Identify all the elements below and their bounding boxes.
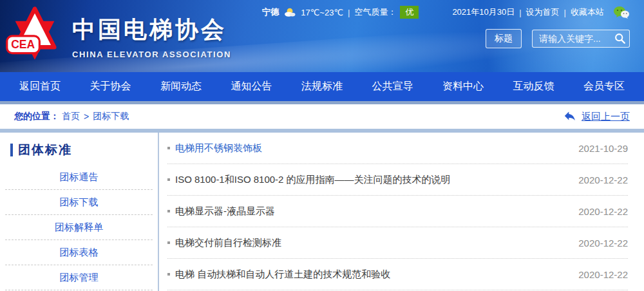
sidebar-item-label[interactable]: 团标下载 bbox=[60, 196, 99, 207]
header-right: 宁德 17℃~23℃ | 空气质量： 优 2021年10月30日 | 设为首页 … bbox=[262, 0, 644, 72]
wechat-icon[interactable] bbox=[613, 6, 630, 19]
bullet-icon bbox=[167, 241, 170, 244]
bullet-icon bbox=[167, 273, 170, 276]
document-link[interactable]: 电梯交付前自行检测标准 bbox=[167, 237, 281, 249]
nav-item-about[interactable]: 关于协会 bbox=[90, 80, 131, 93]
document-date: 2020-12-22 bbox=[578, 206, 628, 217]
breadcrumb-label: 您的位置： bbox=[14, 111, 59, 122]
set-home-link[interactable]: 设为首页 bbox=[526, 6, 560, 18]
sidebar-title-marker bbox=[10, 144, 13, 156]
sidebar-item-tuanbiao-tonggao[interactable]: 团标通告 bbox=[5, 165, 153, 190]
date-links-group: 2021年10月30日 | 设为首页 | 收藏本站 bbox=[452, 6, 630, 19]
document-title: 电梯 自动扶梯和自动人行道土建的技术规范和验收 bbox=[175, 268, 390, 281]
cea-star-logo-icon: CEA bbox=[5, 5, 64, 64]
separator: | bbox=[564, 8, 566, 17]
document-date: 2020-12-22 bbox=[578, 269, 628, 280]
breadcrumb-home-link[interactable]: 首页 bbox=[62, 111, 80, 122]
breadcrumb-separator: > bbox=[84, 111, 89, 122]
separator: | bbox=[348, 8, 350, 17]
sidebar-menu: 团标通告 团标下载 团标解释单 团标表格 团标管理 bbox=[0, 165, 158, 290]
search-category-button[interactable]: 标题 bbox=[486, 29, 522, 48]
brand-titles: 中国电梯协会 CHINA ELEVATOR ASSOCIATION bbox=[72, 10, 231, 59]
table-row: 电梯交付前自行检测标准 2020-12-22 bbox=[167, 227, 628, 259]
site-title: 中国电梯协会 bbox=[72, 14, 231, 46]
logo-text: CEA bbox=[11, 38, 35, 51]
nav-item-regulations[interactable]: 法规标准 bbox=[301, 80, 343, 93]
document-list-panel: 电梯用不锈钢装饰板 2021-10-29 ISO 8100-1和ISO 8100… bbox=[159, 133, 644, 291]
document-link[interactable]: 电梯 自动扶梯和自动人行道土建的技术规范和验收 bbox=[167, 268, 390, 281]
document-link[interactable]: 电梯显示器-液晶显示器 bbox=[167, 205, 275, 218]
document-date: 2021-10-29 bbox=[578, 143, 628, 154]
search-box bbox=[532, 30, 630, 48]
current-date: 2021年10月30日 bbox=[452, 6, 515, 18]
table-row: 电梯用不锈钢装饰板 2021-10-29 bbox=[167, 133, 628, 164]
document-list: 电梯用不锈钢装饰板 2021-10-29 ISO 8100-1和ISO 8100… bbox=[167, 133, 628, 290]
weather-sun-cloud-icon bbox=[283, 7, 297, 17]
document-title: 电梯交付前自行检测标准 bbox=[175, 237, 281, 249]
nav-item-news[interactable]: 新闻动态 bbox=[160, 80, 202, 93]
nav-item-members[interactable]: 会员专区 bbox=[583, 80, 625, 93]
table-row: 电梯 自动扶梯和自动人行道土建的技术规范和验收 2020-12-22 bbox=[167, 259, 628, 290]
header-info-row: 宁德 17℃~23℃ | 空气质量： 优 2021年10月30日 | 设为首页 … bbox=[262, 6, 630, 19]
air-quality-badge: 优 bbox=[400, 6, 419, 19]
site-subtitle: CHINA ELEVATOR ASSOCIATION bbox=[72, 50, 231, 59]
sidebar-item-label[interactable]: 团标解释单 bbox=[55, 221, 103, 232]
bullet-icon bbox=[167, 147, 170, 149]
content-area: 团体标准 团标通告 团标下载 团标解释单 团标表格 团标管理 电梯用不锈钢装饰板… bbox=[0, 133, 644, 291]
document-link[interactable]: 电梯用不锈钢装饰板 bbox=[167, 142, 262, 155]
sidebar-item-tuanbiao-xiazai[interactable]: 团标下载 bbox=[5, 190, 153, 215]
sidebar-item-tuanbiao-biaoge[interactable]: 团标表格 bbox=[5, 240, 153, 265]
sidebar-item-label[interactable]: 团标表格 bbox=[60, 247, 99, 258]
weather-city: 宁德 bbox=[262, 6, 279, 18]
sidebar-item-label[interactable]: 团标通告 bbox=[60, 171, 99, 182]
nav-item-home[interactable]: 返回首页 bbox=[19, 80, 61, 93]
table-row: 电梯显示器-液晶显示器 2020-12-22 bbox=[167, 196, 628, 227]
table-row: ISO 8100-1和ISO 8100-2 的应用指南——关注问题的技术的说明 … bbox=[167, 164, 628, 196]
bullet-icon bbox=[167, 178, 170, 181]
breadcrumb: 您的位置： 首页 > 团标下载 返回上一页 bbox=[0, 104, 644, 129]
nav-item-notices[interactable]: 通知公告 bbox=[231, 80, 272, 93]
nav-item-advocacy[interactable]: 公共宣导 bbox=[372, 80, 413, 93]
breadcrumb-current: 团标下载 bbox=[93, 111, 129, 122]
document-link[interactable]: ISO 8100-1和ISO 8100-2 的应用指南——关注问题的技术的说明 bbox=[167, 174, 451, 186]
back-arrow-icon bbox=[564, 110, 576, 123]
main-nav: 返回首页 关于协会 新闻动态 通知公告 法规标准 公共宣导 资料中心 互动反馈 … bbox=[0, 72, 644, 101]
favorite-link[interactable]: 收藏本站 bbox=[571, 6, 604, 18]
back-to-previous-link[interactable]: 返回上一页 bbox=[564, 110, 630, 123]
search-icon[interactable] bbox=[614, 33, 625, 44]
document-title: 电梯显示器-液晶显示器 bbox=[175, 205, 275, 218]
site-header: CEA 中国电梯协会 CHINA ELEVATOR ASSOCIATION 宁德… bbox=[0, 0, 644, 72]
nav-item-feedback[interactable]: 互动反馈 bbox=[513, 80, 554, 93]
sidebar-header: 团体标准 bbox=[0, 142, 158, 158]
sidebar-title: 团体标准 bbox=[18, 142, 72, 158]
page: CEA 中国电梯协会 CHINA ELEVATOR ASSOCIATION 宁德… bbox=[0, 0, 644, 291]
sidebar-item-tuanbiao-guanli[interactable]: 团标管理 bbox=[5, 265, 153, 290]
document-title: ISO 8100-1和ISO 8100-2 的应用指南——关注问题的技术的说明 bbox=[175, 174, 451, 186]
sidebar-item-tuanbiao-jieshidan[interactable]: 团标解释单 bbox=[5, 215, 153, 240]
document-date: 2020-12-22 bbox=[578, 174, 628, 185]
air-quality-label: 空气质量： bbox=[354, 6, 396, 18]
sidebar-item-label[interactable]: 团标管理 bbox=[60, 272, 99, 283]
bullet-icon bbox=[167, 210, 170, 212]
weather-temperature: 17℃~23℃ bbox=[301, 8, 343, 17]
site-logo[interactable]: CEA 中国电梯协会 CHINA ELEVATOR ASSOCIATION bbox=[0, 0, 231, 72]
document-title: 电梯用不锈钢装饰板 bbox=[175, 142, 262, 155]
separator: | bbox=[519, 8, 521, 17]
search-row: 标题 bbox=[486, 29, 630, 48]
sidebar: 团体标准 团标通告 团标下载 团标解释单 团标表格 团标管理 bbox=[0, 133, 158, 291]
back-link-label: 返回上一页 bbox=[582, 111, 630, 123]
nav-item-resources[interactable]: 资料中心 bbox=[442, 80, 484, 93]
document-date: 2020-12-22 bbox=[578, 238, 628, 249]
